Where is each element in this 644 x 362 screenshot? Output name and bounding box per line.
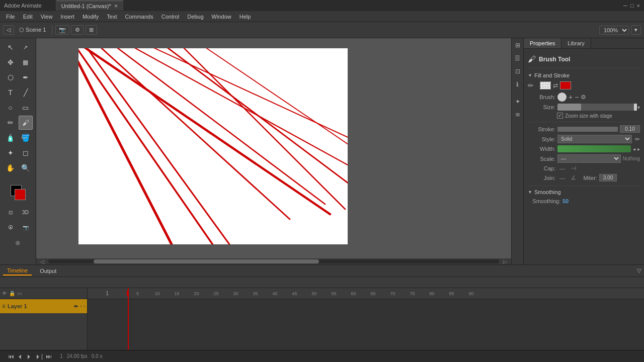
scrollbar-thumb[interactable] xyxy=(94,259,319,263)
3d-tool[interactable]: 3D xyxy=(19,205,33,219)
zoom-select[interactable]: 100% xyxy=(599,26,629,35)
fill-stroke-header[interactable]: ▼ Fill and Stroke xyxy=(528,72,640,78)
brush-settings-btn[interactable]: ⚙ xyxy=(581,94,586,101)
style-select[interactable]: Solid xyxy=(557,135,632,143)
settings-button[interactable]: ⚙ xyxy=(71,25,84,35)
layer-lock-dot[interactable]: · xyxy=(84,304,85,309)
pen-tool[interactable]: ✒ xyxy=(19,70,33,84)
menu-item-view[interactable]: View xyxy=(37,13,57,21)
line-tool[interactable]: ╱ xyxy=(19,85,33,100)
layer-1-row[interactable]: ≡ Layer 1 ✏ · · xyxy=(0,299,87,313)
subselect-tool[interactable]: ↗ xyxy=(19,40,33,54)
width-increase-btn[interactable]: ▸ xyxy=(637,146,640,152)
align-icon[interactable]: ⊡ xyxy=(513,66,523,76)
size-dropdown-btn[interactable]: ▾ xyxy=(637,105,640,110)
play-btn[interactable]: ⏵ xyxy=(26,353,32,360)
style-edit-btn[interactable]: ✏ xyxy=(635,136,640,143)
fill-checker-icon[interactable] xyxy=(540,81,551,89)
menu-item-edit[interactable]: Edit xyxy=(19,13,37,21)
smoothing-header[interactable]: ▼ Smoothing xyxy=(528,189,640,195)
text-tool[interactable]: T xyxy=(4,85,18,100)
zoom-dropdown-btn[interactable]: ▾ xyxy=(631,25,641,35)
transform-icon[interactable]: ✦ xyxy=(513,97,523,107)
timeline-tab[interactable]: Timeline xyxy=(3,266,32,276)
grid-button[interactable]: ⊞ xyxy=(86,25,97,35)
fill-color-swatch[interactable] xyxy=(560,81,571,89)
properties-icon[interactable]: ⊞ xyxy=(513,40,523,50)
camera-button[interactable]: 📷 xyxy=(55,25,69,35)
ruler-mark: 60 xyxy=(344,291,363,296)
hand-tool[interactable]: ✋ xyxy=(4,161,18,175)
eraser-tool[interactable]: ◻ xyxy=(19,146,33,160)
cap-dash-1[interactable]: — xyxy=(557,165,567,171)
snap-tool[interactable]: ⊡ xyxy=(4,205,18,219)
back-button[interactable]: ◁ xyxy=(3,25,14,35)
rectangle-tool[interactable]: ▭ xyxy=(19,101,33,115)
stroke-input[interactable] xyxy=(620,125,640,133)
first-frame-btn[interactable]: ⏮ xyxy=(8,353,14,360)
scrollbar-track[interactable] xyxy=(48,259,499,263)
library-icon[interactable]: ☰ xyxy=(513,53,523,63)
lasso-tool[interactable]: ⬡ xyxy=(4,70,18,84)
horizontal-scrollbar[interactable]: ◁ ▷ xyxy=(36,258,511,264)
paint-bucket-tool[interactable]: 🪣 xyxy=(19,131,33,145)
tab-close-icon[interactable]: × xyxy=(114,2,118,10)
brush-add-btn[interactable]: + xyxy=(569,93,573,101)
layer-vis-dot[interactable]: · xyxy=(80,304,82,309)
next-frame-btn[interactable]: ⏵| xyxy=(35,353,43,360)
bone-tool[interactable]: ⦿ xyxy=(4,220,18,234)
menu-item-file[interactable]: File xyxy=(2,13,19,21)
prev-frame-btn[interactable]: ⏴ xyxy=(17,353,23,360)
maximize-icon[interactable]: □ xyxy=(630,3,634,9)
menu-item-window[interactable]: Window xyxy=(208,13,235,21)
drawing-canvas[interactable] xyxy=(78,48,348,244)
zoom-checkbox[interactable]: ✓ xyxy=(557,113,563,119)
menu-item-text[interactable]: Text xyxy=(103,13,121,21)
gradient-tool[interactable]: ▦ xyxy=(19,55,33,69)
document-tab[interactable]: Untitled-1 (Canvas)* × xyxy=(56,1,124,11)
scroll-left-btn[interactable]: ◁ xyxy=(36,259,48,264)
tab-library[interactable]: Library xyxy=(561,38,591,48)
tab-properties[interactable]: Properties xyxy=(524,38,561,48)
select-tool[interactable]: ↖ xyxy=(4,40,18,54)
scale-select[interactable]: — xyxy=(557,154,621,163)
join-dash-1[interactable]: — xyxy=(557,175,567,181)
timeline-frames[interactable]: 1 51015202530354045505560657075808590 xyxy=(88,288,644,350)
pencil-tool[interactable]: ✏ xyxy=(4,116,18,130)
menu-item-control[interactable]: Control xyxy=(157,13,183,21)
eyedropper-tool[interactable]: ✦ xyxy=(4,146,18,160)
menu-item-commands[interactable]: Commands xyxy=(121,13,157,21)
width-bar[interactable] xyxy=(557,145,631,152)
zoom-tool[interactable]: 🔍 xyxy=(19,161,33,175)
miter-input[interactable] xyxy=(599,174,617,182)
brush-remove-btn[interactable]: − xyxy=(575,93,579,101)
free-transform-tool[interactable]: ✥ xyxy=(4,55,18,69)
brush-tool[interactable]: 🖌 xyxy=(19,116,33,130)
join-dash-2[interactable]: ∠ xyxy=(569,174,578,181)
minimize-icon[interactable]: ─ xyxy=(623,3,627,9)
output-tab[interactable]: Output xyxy=(36,267,60,275)
last-frame-btn[interactable]: ⏭ xyxy=(46,353,52,360)
target-tool[interactable]: ◎ xyxy=(11,235,25,249)
menu-item-modify[interactable]: Modify xyxy=(78,13,103,21)
pencil-icon[interactable]: ✏ xyxy=(528,81,538,89)
ink-bottle-tool[interactable]: 🧴 xyxy=(4,131,18,145)
menu-item-help[interactable]: Help xyxy=(235,13,255,21)
scroll-right-btn[interactable]: ▷ xyxy=(499,259,511,264)
timeline-collapse-btn[interactable]: ▽ xyxy=(637,267,641,274)
width-decrease-btn[interactable]: ◂ xyxy=(633,146,635,152)
size-slider[interactable] xyxy=(557,104,635,111)
cap-dash-2[interactable]: ⊣ xyxy=(569,165,578,172)
camera2-tool[interactable]: 📷 xyxy=(19,220,33,234)
info-icon[interactable]: ℹ xyxy=(513,79,523,89)
motion-icon[interactable]: ≋ xyxy=(513,110,523,120)
fill-swatch[interactable] xyxy=(15,189,26,200)
menu-item-debug[interactable]: Debug xyxy=(183,13,207,21)
stroke-slider[interactable] xyxy=(557,127,618,132)
close-window-icon[interactable]: × xyxy=(637,3,640,9)
swap-icon[interactable]: ⇄ xyxy=(553,82,558,89)
layer-edit-icon[interactable]: ✏ xyxy=(74,304,78,309)
menu-item-insert[interactable]: Insert xyxy=(56,13,78,21)
oval-tool[interactable]: ○ xyxy=(4,101,18,115)
canvas-scroll-area[interactable] xyxy=(36,38,511,258)
